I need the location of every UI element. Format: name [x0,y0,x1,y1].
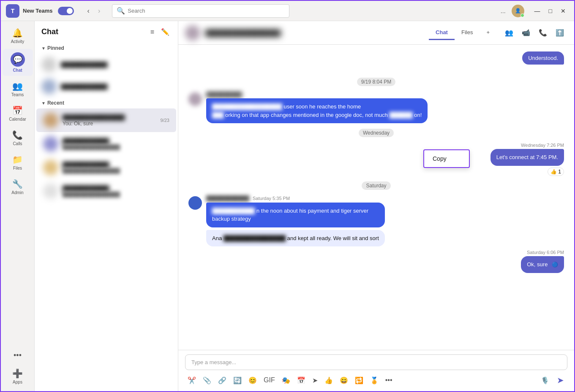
chat-name-active: ████████████████ [63,114,156,121]
apps-icon: ➕ [12,368,23,378]
sidebar-label-admin: Admin [11,190,23,195]
chat-list-title: Chat [41,27,58,36]
voice-call-button[interactable]: 📞 [535,26,550,39]
attach-button[interactable]: 📎 [200,375,214,386]
chat-item-recent-1[interactable]: ████████████ ████████████████ [36,132,176,156]
copy-menu-item[interactable]: Copy [424,152,469,165]
saturday-timestamp: Saturday 5:35 PM [253,196,290,201]
pinned-section-header[interactable]: ▼ Pinned [35,43,178,54]
pinned-name-1: ████████████ [61,62,171,68]
send-button[interactable]: ➤ [553,373,567,387]
sidebar-label-apps: Apps [13,380,22,384]
loop-button[interactable]: 🔄 [231,375,244,386]
nav-buttons: ‹ › [81,5,104,16]
reaction-button[interactable]: 😄 [337,375,351,386]
chat-header-tabs: Chat Files + [429,26,496,40]
pinned-section-label: Pinned [47,45,64,51]
admin-icon: 🔧 [12,179,23,189]
search-input[interactable] [128,8,285,14]
chat-list-panel: Chat ≡ ✏️ ▼ Pinned ████████████ ████████… [35,21,178,391]
pinned-avatar-1 [41,57,57,72]
tab-files[interactable]: Files [455,26,480,40]
chat-time-active: 9/23 [161,118,169,123]
message-status-icon: 🔵 [552,262,558,268]
date-divider-919: 9/19 8:04 PM [188,76,564,88]
sidebar-label-teams: Teams [11,92,24,97]
minimize-button[interactable]: — [531,7,544,15]
message-input-box[interactable]: Type a message... [185,354,567,370]
send-action-button[interactable]: ➤ [310,375,320,386]
chat-header-avatar [185,25,200,41]
activity-loop-button[interactable]: 🔁 [352,375,366,386]
sidebar-item-calls[interactable]: 📞 Calls [3,127,33,149]
pinned-item-1[interactable]: ████████████ [35,54,178,76]
tab-chat[interactable]: Chat [429,26,455,40]
chat-info-recent-2: ████████████ ████████████████ [63,162,169,174]
new-teams-toggle[interactable] [58,7,74,15]
msg3-blur: ████████████████ [223,234,286,243]
participants-button[interactable]: 👥 [501,26,517,39]
understood-bubble: Understood. [522,51,564,65]
filter-button[interactable]: ≡ [149,26,156,38]
more-options-button[interactable]: ... [498,6,508,16]
sidebar-more-button[interactable]: ••• [10,348,25,363]
messages-area[interactable]: Understood. 9/19 8:04 PM ██████████ ████… [178,45,574,350]
tab-add[interactable]: + [480,26,496,40]
reaction-emoji: 👍 [550,169,557,175]
share-screen-button[interactable]: ⬆️ [552,26,567,39]
more-toolbar-button[interactable]: ••• [383,375,395,386]
dictate-button[interactable]: 🎙️ [538,375,552,386]
sidebar-label-files: Files [13,166,22,170]
link-button[interactable]: 🔗 [215,375,229,386]
like-button[interactable]: 👍 [322,375,335,386]
gif-button[interactable]: GIF [261,375,278,386]
recent-arrow-icon: ▼ [41,101,46,105]
sidebar-item-teams[interactable]: 👥 Teams [3,78,33,100]
emoji-button[interactable]: 😊 [246,375,259,386]
chat-preview-active: You: Ok, sure [63,121,156,127]
close-button[interactable]: ✕ [557,7,569,15]
user-avatar[interactable]: 👤 [512,5,524,17]
app-name: New Teams [23,8,53,14]
sidebar-item-activity[interactable]: 🔔 Activity [3,24,33,47]
msg3-ana: Ana [212,235,222,241]
video-call-button[interactable]: 📹 [518,26,534,39]
saturday-bubble: ███████████ n the noon about his payment… [206,203,385,227]
pinned-item-2[interactable]: ████████████ [35,76,178,97]
right-msg-saturday-content: Saturday 6:06 PM Ok, sure 🔵 [521,250,564,273]
chat-name-recent-3: ████████████ [63,185,169,192]
sidebar-label-calendar: Calendar [9,117,26,122]
format-button[interactable]: ✂️ [185,375,199,386]
saturday-label: Saturday [362,181,390,190]
sidebar-item-chat[interactable]: 💬 Chat [3,49,33,76]
forward-button[interactable]: › [95,5,104,16]
sticker-button[interactable]: 🎭 [279,375,293,386]
praise-button[interactable]: 🏅 [368,375,381,386]
compose-button[interactable]: ✏️ [159,26,171,38]
message-input-area: Type a message... ✂️ 📎 🔗 🔄 😊 GIF 🎭 📅 ➤ 👍… [178,350,574,391]
chat-list-header: Chat ≡ ✏️ [35,21,178,43]
chat-header: ██████████████████ Chat Files + 👥 📹 📞 ⬆️ [178,21,574,45]
sidebar-item-apps[interactable]: ➕ Apps [3,365,33,388]
search-bar[interactable]: 🔍 [112,4,289,18]
sidebar-item-files[interactable]: 📁 Files [3,151,33,174]
sidebar-item-admin[interactable]: 🔧 Admin [3,176,33,198]
ok-sure-text: Ok, sure [527,261,548,268]
chat-item-active[interactable]: ████████████████ You: Ok, sure 9/23 [36,108,176,132]
back-button[interactable]: ‹ [84,5,93,16]
msg-avatar-saturday [188,196,202,210]
chat-item-recent-2[interactable]: ████████████ ████████████████ [36,156,176,179]
context-menu: Copy [423,149,470,168]
wednesday-label: Wednesday [359,129,394,137]
sidebar-nav: 🔔 Activity 💬 Chat 👥 Teams 📅 Calendar 📞 C… [1,21,35,391]
maximize-button[interactable]: □ [545,7,556,15]
message-row-wednesday: Wednesday 7:26 PM Let's connect at 7:45 … [188,143,564,176]
pinned-arrow-icon: ▼ [41,46,46,51]
chat-preview-recent-2: ████████████████ [63,168,169,174]
saturday-header: ████████████ Saturday 5:35 PM [206,195,385,201]
chat-item-recent-3[interactable]: ████████████ ████████████████ [36,179,176,203]
sidebar-item-calendar[interactable]: 📅 Calendar [3,102,33,125]
msg-bubble-1: ██████████████████ user soon he reaches … [206,98,428,123]
recent-section-header[interactable]: ▼ Recent [35,97,178,108]
schedule-button[interactable]: 📅 [294,375,308,386]
